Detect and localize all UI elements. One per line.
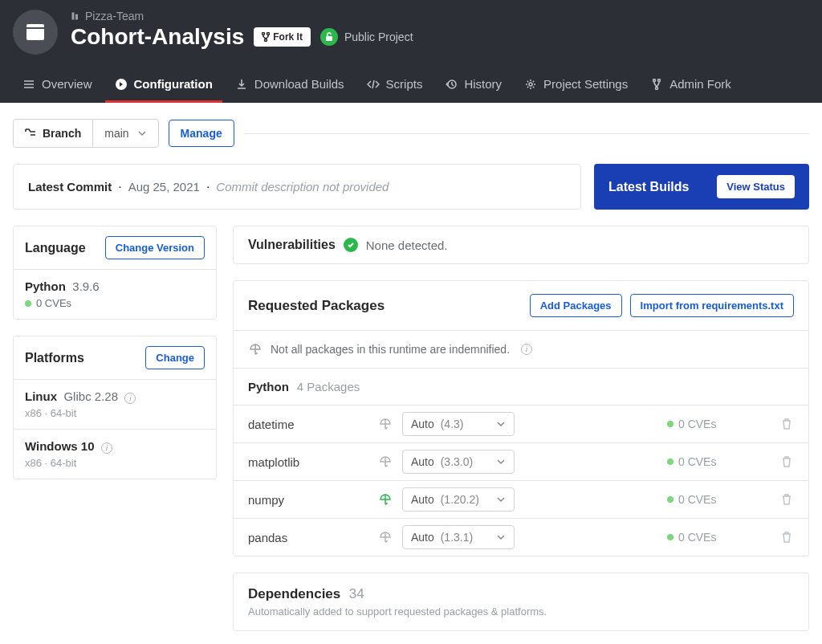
visibility-badge: Public Project [320, 28, 413, 46]
change-platforms-button[interactable]: Change [145, 346, 205, 369]
package-row: pandas Auto (1.3.1) 0 CVEs [234, 518, 808, 556]
team-name[interactable]: Pizza-Team [71, 10, 809, 22]
project-title: Cohort-Analysis [71, 24, 244, 50]
fork-icon [650, 78, 663, 91]
language-title: Language [25, 241, 86, 255]
dependencies-subtitle: Automatically added to support requested… [248, 605, 794, 618]
umbrella-icon [378, 417, 393, 431]
tab-overview[interactable]: Overview [13, 67, 102, 103]
tab-scripts[interactable]: Scripts [357, 67, 433, 103]
change-version-button[interactable]: Change Version [105, 236, 205, 259]
builds-title: Latest Builds [608, 180, 689, 194]
tab-admin-fork[interactable]: Admin Fork [641, 67, 741, 103]
dependencies-card: Dependencies 34 Automatically added to s… [233, 573, 809, 631]
packages-title: Requested Packages [248, 298, 385, 314]
view-status-button[interactable]: View Status [717, 175, 795, 198]
chevron-down-icon [137, 130, 147, 137]
code-icon [367, 78, 380, 91]
language-version: 3.9.6 [72, 279, 99, 293]
info-icon[interactable]: i [101, 442, 112, 454]
package-name: datetime [248, 418, 368, 431]
nav-tabs: Overview Configuration Download Builds S… [13, 67, 809, 103]
svg-point-12 [653, 79, 656, 81]
package-row: datetime Auto (4.3) 0 CVEs [234, 405, 808, 442]
tab-history[interactable]: History [435, 67, 511, 103]
platform-item: Windows 10 i x86 · 64-bit [14, 429, 216, 479]
latest-commit-card: Latest Commit · Aug 25, 2021 · Commit de… [13, 164, 581, 210]
tab-project-settings[interactable]: Project Settings [515, 67, 637, 103]
unlock-icon [320, 28, 338, 46]
svg-point-4 [265, 39, 267, 42]
dependencies-title: Dependencies [248, 586, 340, 601]
delete-package-button[interactable] [781, 493, 794, 506]
chevron-down-icon [496, 421, 506, 427]
language-card: Language Change Version Python 3.9.6 0 C… [13, 226, 217, 320]
svg-rect-0 [72, 13, 75, 20]
svg-point-13 [658, 79, 661, 81]
info-icon[interactable]: i [124, 393, 136, 404]
tab-configuration[interactable]: Configuration [105, 67, 222, 103]
package-cves: 0 CVEs [667, 493, 739, 506]
download-icon [235, 78, 248, 91]
umbrella-icon [378, 530, 393, 544]
packages-card: Requested Packages Add Packages Import f… [233, 280, 809, 556]
package-name: matplotlib [248, 455, 368, 469]
packages-language: Python [248, 380, 289, 393]
divider [244, 133, 809, 134]
org-icon [71, 11, 80, 21]
fork-button[interactable]: Fork It [254, 27, 311, 47]
umbrella-icon [248, 342, 262, 357]
commit-description: Commit description not provided [216, 180, 389, 194]
chevron-down-icon [496, 496, 506, 503]
latest-builds-card: Latest Builds View Status [594, 164, 809, 210]
indemnification-note: Not all packages in this runtime are ind… [234, 330, 808, 368]
add-packages-button[interactable]: Add Packages [530, 294, 622, 317]
package-cves: 0 CVEs [667, 455, 739, 468]
info-icon[interactable]: i [521, 344, 532, 355]
menu-icon [22, 78, 35, 91]
package-name: pandas [248, 531, 368, 544]
delete-package-button[interactable] [781, 531, 794, 544]
vulnerabilities-title: Vulnerabilities [248, 238, 336, 252]
umbrella-icon [378, 492, 393, 507]
dependencies-count: 34 [349, 586, 364, 601]
version-select[interactable]: Auto (1.3.1) [402, 525, 515, 549]
manage-button[interactable]: Manage [169, 120, 234, 147]
platform-item: Linux Glibc 2.28 i x86 · 64-bit [14, 380, 216, 429]
status-dot-icon [25, 300, 31, 307]
branch-select[interactable]: main [93, 120, 157, 147]
vulnerabilities-status: None detected. [366, 238, 448, 252]
history-icon [445, 78, 458, 91]
package-cves: 0 CVEs [667, 418, 739, 430]
packages-count: 4 Packages [297, 380, 360, 393]
svg-point-3 [267, 33, 270, 35]
vulnerabilities-card: Vulnerabilities None detected. [233, 226, 809, 264]
svg-point-14 [656, 87, 658, 89]
platforms-card: Platforms Change Linux Glibc 2.28 i x86 … [13, 336, 217, 479]
import-requirements-button[interactable]: Import from requirements.txt [630, 294, 794, 317]
commit-date: Aug 25, 2021 [128, 180, 200, 194]
version-select[interactable]: Auto (4.3) [402, 412, 515, 436]
platforms-title: Platforms [25, 351, 84, 365]
chevron-down-icon [496, 459, 506, 465]
tab-download-builds[interactable]: Download Builds [226, 67, 354, 103]
branch-icon [25, 128, 36, 138]
package-row: numpy Auto (1.20.2) 0 CVEs [234, 480, 808, 518]
version-select[interactable]: Auto (3.3.0) [402, 450, 515, 474]
gear-icon [524, 78, 537, 91]
svg-point-2 [262, 33, 265, 35]
delete-package-button[interactable] [781, 418, 794, 430]
language-cves: 0 CVEs [36, 297, 71, 309]
language-name: Python [25, 279, 66, 293]
version-select[interactable]: Auto (1.20.2) [402, 487, 515, 512]
commit-label: Latest Commit [28, 180, 112, 194]
branch-label: Branch [14, 120, 93, 147]
project-avatar [13, 10, 58, 55]
umbrella-icon [378, 454, 393, 469]
package-name: numpy [248, 493, 368, 507]
svg-rect-5 [326, 36, 332, 41]
delete-package-button[interactable] [781, 455, 794, 468]
package-cves: 0 CVEs [667, 531, 739, 544]
check-circle-icon [344, 238, 358, 252]
svg-point-11 [529, 83, 532, 86]
